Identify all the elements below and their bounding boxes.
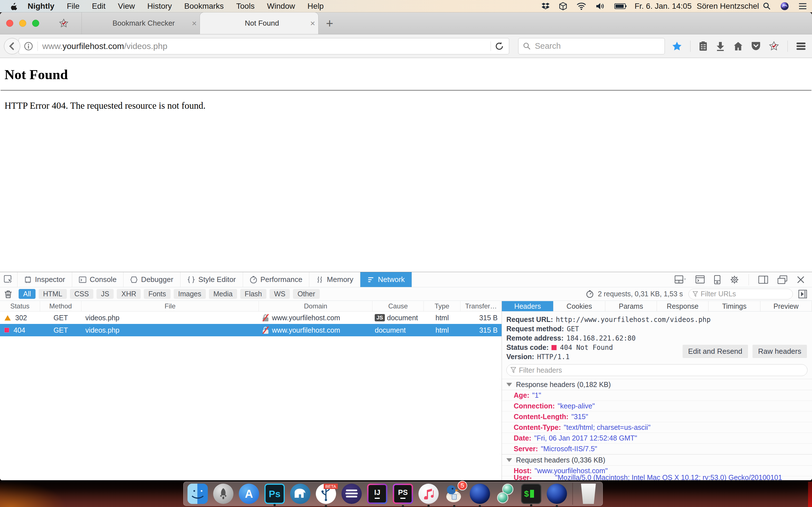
dock-intellij-icon[interactable]: IJ	[367, 484, 388, 504]
filter-headers-input[interactable]	[519, 366, 803, 374]
dock-terminal-icon[interactable]: $	[521, 484, 541, 504]
bookmark-star-icon[interactable]	[672, 41, 682, 51]
back-button[interactable]	[4, 38, 20, 54]
site-info-icon[interactable]	[24, 42, 33, 51]
filter-all[interactable]: All	[18, 289, 36, 299]
search-input[interactable]	[535, 41, 660, 51]
detail-tab-response[interactable]: Response	[657, 301, 709, 311]
column-cause[interactable]: Cause	[372, 301, 424, 311]
dock-launchpad-icon[interactable]	[213, 484, 234, 504]
filter-urls-box[interactable]	[689, 289, 793, 299]
devtools-tab-inspector[interactable]: Inspector	[17, 272, 72, 287]
devtools-tab-performance[interactable]: Performance	[243, 272, 310, 287]
column-status[interactable]: Status	[0, 301, 40, 311]
header-row-content-length[interactable]: Content-Length:"315"	[502, 411, 812, 422]
wifi-icon[interactable]	[576, 3, 586, 10]
response-headers-section[interactable]: Response headers (0,182 KB)	[502, 379, 812, 390]
menu-user-name[interactable]: Sören Hentzschel	[697, 2, 759, 11]
detail-tab-timings[interactable]: Timings	[709, 301, 760, 311]
dock-mamp-icon[interactable]	[290, 484, 310, 504]
menu-clock[interactable]: Fr. 6. Jan. 14:05	[635, 2, 692, 11]
filter-other[interactable]: Other	[293, 289, 320, 299]
close-window-button[interactable]	[6, 20, 13, 27]
request-row-302[interactable]: 302 GET videos.php www.yourfilehost.com …	[0, 312, 502, 324]
tab-bookmark-checker[interactable]: Bookmark Checker ×	[82, 12, 200, 34]
filter-flash[interactable]: Flash	[240, 289, 266, 299]
menu-view[interactable]: View	[118, 2, 135, 11]
column-domain[interactable]: Domain	[259, 301, 372, 311]
pocket-icon[interactable]	[751, 41, 760, 51]
dock-photoshop-icon[interactable]: Ps	[264, 484, 285, 504]
detail-tab-headers[interactable]: Headers	[502, 301, 553, 311]
apple-menu-icon[interactable]	[10, 2, 17, 10]
har-export-icon[interactable]	[799, 290, 807, 298]
search-bar[interactable]	[518, 38, 665, 54]
header-row-age[interactable]: Age:"1"	[502, 390, 812, 401]
detail-tab-preview[interactable]: Preview	[760, 301, 812, 311]
header-row-user-agent[interactable]: User-Agent:"Mozilla/5.0 (Macintosh; Inte…	[502, 476, 812, 480]
filter-images[interactable]: Images	[174, 289, 206, 299]
raw-headers-button[interactable]: Raw headers	[753, 345, 807, 358]
volume-icon[interactable]	[596, 3, 605, 10]
filter-ws[interactable]: WS	[269, 289, 290, 299]
tab-not-found[interactable]: Not Found ×	[200, 12, 318, 34]
header-row-connection[interactable]: Connection:"keep-alive"	[502, 401, 812, 411]
column-method[interactable]: Method	[40, 301, 82, 311]
close-devtools-icon[interactable]	[797, 276, 805, 284]
request-row-404-selected[interactable]: 404 GET videos.php www.yourfilehost.com …	[0, 324, 502, 336]
filter-urls-input[interactable]	[701, 290, 789, 298]
header-row-date[interactable]: Date:"Fri, 06 Jan 2017 12:52:48 GMT"	[502, 433, 812, 444]
dock-firefox-nightly-icon-2[interactable]	[547, 484, 567, 504]
filter-fonts[interactable]: Fonts	[144, 289, 170, 299]
dock-firefox-nightly-icon[interactable]	[470, 484, 490, 504]
notification-center-icon[interactable]	[799, 3, 807, 10]
console-panel-icon[interactable]	[696, 276, 705, 284]
new-tab-button[interactable]: +	[318, 12, 341, 34]
dropbox-icon[interactable]	[542, 3, 550, 10]
filter-js[interactable]: JS	[96, 289, 114, 299]
zoom-window-button[interactable]	[32, 20, 39, 27]
devtools-settings-gear-icon[interactable]	[730, 275, 739, 284]
url-bar[interactable]: www.yourfilehost.com/videos.php	[18, 38, 509, 54]
bookmark-checker-addon-icon[interactable]	[769, 41, 779, 51]
menu-tools[interactable]: Tools	[236, 2, 255, 11]
tab-close-icon[interactable]: ×	[189, 18, 200, 28]
menu-file[interactable]: File	[67, 2, 80, 11]
siri-icon[interactable]	[780, 2, 789, 10]
menu-history[interactable]: History	[147, 2, 172, 11]
minimize-window-button[interactable]	[19, 20, 26, 27]
edit-and-resend-button[interactable]: Edit and Resend	[682, 345, 748, 358]
home-icon[interactable]	[733, 41, 743, 51]
responsive-design-icon[interactable]	[714, 275, 720, 284]
battery-icon[interactable]	[614, 3, 627, 9]
header-row-server[interactable]: Server:"Microsoft-IIS/7.5"	[502, 444, 812, 454]
detail-tab-cookies[interactable]: Cookies	[553, 301, 605, 311]
clear-requests-trash-icon[interactable]	[4, 290, 12, 298]
dock-eclipse-icon[interactable]	[342, 484, 362, 504]
filter-xhr[interactable]: XHR	[117, 289, 141, 299]
element-picker-button[interactable]	[0, 272, 17, 287]
header-row-content-type[interactable]: Content-Type:"text/html; charset=us-asci…	[502, 422, 812, 433]
menu-app-name[interactable]: Nightly	[28, 2, 54, 11]
split-console-layout-icon[interactable]	[675, 276, 686, 284]
detail-tab-params[interactable]: Params	[605, 301, 657, 311]
menu-help[interactable]: Help	[308, 2, 324, 11]
bookmark-checker-favicon[interactable]	[50, 12, 82, 34]
devtools-tab-console[interactable]: Console	[72, 272, 123, 287]
menu-bookmarks[interactable]: Bookmarks	[185, 2, 224, 11]
request-headers-section[interactable]: Request headers (0,336 KB)	[502, 454, 812, 466]
dock-to-side-icon[interactable]	[758, 276, 768, 284]
filter-headers-box[interactable]	[506, 364, 808, 376]
reload-icon[interactable]	[495, 42, 504, 51]
separate-window-icon[interactable]	[777, 276, 787, 284]
dock-lens-utility-icon[interactable]	[495, 484, 516, 504]
spotlight-icon[interactable]	[763, 2, 771, 10]
cube-app-icon[interactable]	[559, 2, 567, 10]
performance-analysis-icon[interactable]	[586, 290, 594, 298]
filter-html[interactable]: HTML	[39, 289, 67, 299]
reading-list-icon[interactable]	[699, 41, 707, 51]
column-type[interactable]: Type	[424, 301, 460, 311]
dock-phpstorm-icon[interactable]: PS	[393, 484, 413, 504]
dock-trash-icon[interactable]	[578, 484, 599, 504]
dock-thunderbird-icon[interactable]: 5	[444, 484, 464, 504]
